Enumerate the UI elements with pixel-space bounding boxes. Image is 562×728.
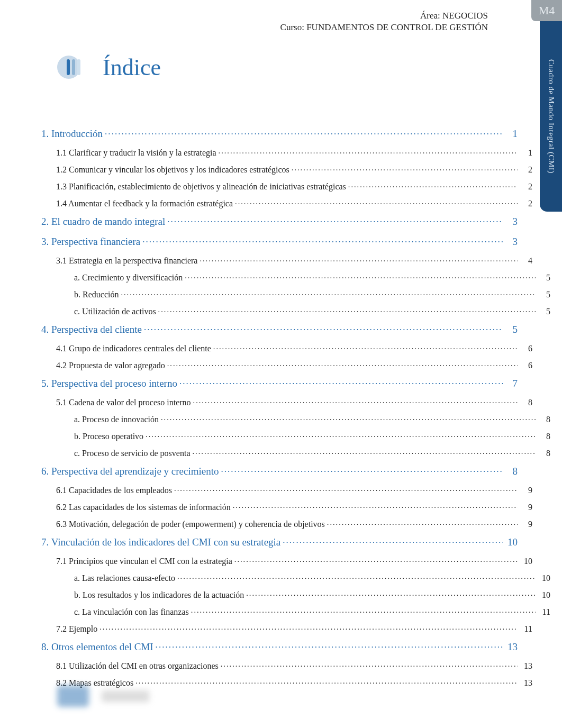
toc-leader-dots [191, 606, 536, 615]
toc-page: 1 [505, 128, 518, 140]
toc-label: 1.4 Aumentar el feedback y la formación … [56, 199, 233, 208]
toc-page: 8 [538, 415, 550, 424]
toc-page: 11 [538, 607, 550, 617]
toc-label: 5.1 Cadena de valor del proceso interno [56, 398, 191, 407]
toc-row: a. Crecimiento y diversificación5 [74, 272, 550, 283]
toc-label: 7. Vinculación de los indicadores del CM… [41, 536, 280, 548]
toc-leader-dots [185, 272, 536, 280]
toc-leader-dots [142, 235, 503, 245]
toc-leader-dots [235, 198, 518, 206]
toc-leader-dots [292, 164, 518, 172]
toc-leader-dots [179, 377, 503, 387]
toc-row: 1.4 Aumentar el feedback y la formación … [56, 198, 532, 208]
curso-label: Curso: [280, 22, 304, 32]
page-title: Índice [103, 54, 161, 81]
toc-row[interactable]: 7. Vinculación de los indicadores del CM… [41, 535, 518, 548]
table-of-contents: 1. Introducción11.1 Clarificar y traduci… [41, 125, 518, 694]
toc-page: 3 [505, 236, 518, 248]
svg-rect-2 [72, 59, 75, 75]
module-badge: M4 [531, 0, 562, 21]
side-tab: M4 Cuadro de Mando Integral (CMI) [531, 0, 562, 233]
toc-row: 6.2 Las capacidades de los sistemas de i… [56, 502, 532, 512]
toc-label: a. Proceso de innovación [74, 415, 159, 424]
toc-page: 1 [520, 148, 532, 158]
toc-row: a. Proceso de innovación8 [74, 414, 550, 424]
toc-page: 6 [520, 361, 532, 370]
toc-leader-dots [192, 448, 536, 456]
title-block: Índice [57, 52, 161, 83]
toc-leader-dots [174, 485, 518, 493]
side-title: Cuadro de Mando Integral (CMI) [540, 21, 562, 212]
toc-row: 1.2 Comunicar y vincular los objetivos y… [56, 164, 532, 175]
toc-label: 1. Introducción [41, 128, 103, 140]
toc-leader-dots [146, 431, 536, 439]
toc-row: 7.1 Principios que vinculan el CMI con l… [56, 556, 532, 566]
toc-row: c. Proceso de servicio de posventa8 [74, 448, 550, 458]
toc-row[interactable]: 4. Perspectiva del cliente5 [41, 323, 518, 335]
toc-leader-dots [177, 572, 536, 581]
toc-label: 1.2 Comunicar y vincular los objetivos y… [56, 165, 289, 175]
toc-label: b. Reducción [74, 290, 119, 299]
toc-page: 5 [538, 307, 550, 316]
toc-label: b. Los resultados y los indicadores de l… [74, 590, 244, 600]
toc-page: 10 [538, 574, 550, 583]
toc-label: 2. El cuadro de mando integral [41, 216, 165, 228]
toc-label: 6.2 Las capacidades de los sistemas de i… [56, 503, 231, 512]
toc-page: 11 [520, 624, 532, 634]
toc-label: c. La vinculación con las finanzas [74, 607, 189, 617]
toc-leader-dots [246, 589, 536, 598]
logo-mark-icon [57, 686, 89, 707]
curso-line: Curso: FUNDAMENTOS DE CONTROL DE GESTIÓN [280, 22, 488, 33]
toc-row[interactable]: 5. Perspectiva del proceso interno7 [41, 377, 518, 389]
area-label: Área: [420, 11, 440, 21]
toc-leader-dots [99, 623, 518, 632]
toc-row: 6.3 Motivación, delegación de poder (emp… [56, 518, 532, 529]
toc-label: 8. Otros elementos del CMI [41, 641, 153, 653]
svg-rect-1 [67, 59, 70, 75]
toc-row[interactable]: 3. Perspectiva financiera3 [41, 235, 518, 248]
toc-leader-dots [234, 556, 518, 564]
toc-label: b. Proceso operativo [74, 432, 143, 441]
toc-page: 13 [505, 641, 518, 653]
toc-leader-dots [167, 360, 518, 368]
toc-page: 10 [538, 590, 550, 600]
toc-row: b. Los resultados y los indicadores de l… [74, 589, 550, 600]
toc-page: 5 [538, 290, 550, 299]
toc-row: 3.1 Estrategia en la perspectiva financi… [56, 255, 532, 266]
toc-page: 5 [505, 324, 518, 335]
toc-leader-dots [348, 181, 518, 189]
toc-label: 7.2 Ejemplo [56, 624, 97, 634]
toc-label: 7.1 Principios que vinculan el CMI con l… [56, 557, 232, 566]
toc-page: 2 [520, 182, 532, 192]
toc-page: 9 [520, 520, 532, 529]
toc-row[interactable]: 1. Introducción1 [41, 127, 518, 140]
toc-page: 13 [520, 661, 532, 671]
toc-page: 5 [538, 273, 550, 283]
toc-leader-dots [167, 215, 503, 225]
toc-label: 6. Perspectiva del aprendizaje y crecimi… [41, 466, 219, 477]
toc-page: 8 [520, 398, 532, 407]
header-meta: Área: NEGOCIOS Curso: FUNDAMENTOS DE CON… [280, 11, 488, 33]
toc-row: c. La vinculación con las finanzas11 [74, 606, 550, 617]
area-line: Área: NEGOCIOS [280, 11, 488, 21]
toc-page: 2 [520, 165, 532, 175]
toc-page: 3 [505, 216, 518, 228]
toc-row[interactable]: 6. Perspectiva del aprendizaje y crecimi… [41, 465, 518, 477]
toc-leader-dots [158, 306, 536, 314]
toc-leader-dots [105, 127, 503, 137]
toc-row[interactable]: 2. El cuadro de mando integral3 [41, 215, 518, 228]
toc-row: b. Proceso operativo8 [74, 431, 550, 441]
toc-leader-dots [221, 465, 503, 475]
toc-page: 10 [505, 536, 518, 548]
toc-leader-dots [233, 502, 518, 510]
toc-label: 6.3 Motivación, delegación de poder (emp… [56, 520, 325, 529]
toc-leader-dots [221, 660, 518, 669]
toc-page: 9 [520, 486, 532, 495]
toc-row: b. Reducción5 [74, 289, 550, 299]
toc-page: 13 [520, 678, 532, 688]
toc-leader-dots [213, 343, 518, 351]
toc-row[interactable]: 8. Otros elementos del CMI13 [41, 640, 518, 653]
logo-word-icon [102, 690, 149, 702]
toc-page: 4 [520, 256, 532, 266]
toc-row: 1.1 Clarificar y traducir la visión y la… [56, 147, 532, 158]
